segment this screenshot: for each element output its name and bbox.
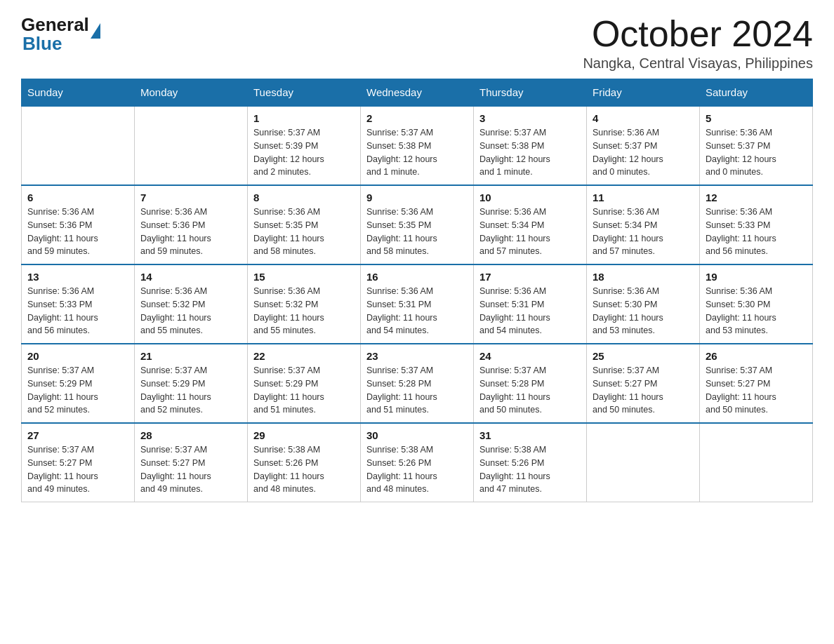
day-number: 16 [366,271,468,283]
calendar-body: 1Sunrise: 5:37 AMSunset: 5:39 PMDaylight… [22,106,813,502]
day-info: Sunrise: 5:36 AMSunset: 5:31 PMDaylight:… [366,285,468,337]
title-section: October 2024 Nangka, Central Visayas, Ph… [583,14,813,72]
weekday-header-cell: Tuesday [248,79,361,107]
calendar-day-cell: 27Sunrise: 5:37 AMSunset: 5:27 PMDayligh… [22,423,135,502]
day-info: Sunrise: 5:37 AMSunset: 5:29 PMDaylight:… [253,364,355,417]
page-header: General Blue October 2024 Nangka, Centra… [21,14,813,72]
day-info: Sunrise: 5:37 AMSunset: 5:27 PMDaylight:… [593,364,694,417]
calendar-day-cell: 29Sunrise: 5:38 AMSunset: 5:26 PMDayligh… [248,423,361,502]
day-info: Sunrise: 5:37 AMSunset: 5:38 PMDaylight:… [366,126,468,179]
calendar-day-cell: 26Sunrise: 5:37 AMSunset: 5:27 PMDayligh… [700,344,813,423]
day-number: 13 [27,271,128,283]
calendar-day-cell: 24Sunrise: 5:37 AMSunset: 5:28 PMDayligh… [474,344,587,423]
day-number: 25 [593,350,694,362]
day-number: 8 [253,192,355,203]
day-number: 17 [479,271,581,283]
day-info: Sunrise: 5:36 AMSunset: 5:30 PMDaylight:… [706,285,807,337]
day-info: Sunrise: 5:37 AMSunset: 5:38 PMDaylight:… [479,126,581,179]
calendar-day-cell: 16Sunrise: 5:36 AMSunset: 5:31 PMDayligh… [361,264,474,344]
weekday-header-cell: Wednesday [361,79,474,107]
calendar-day-cell: 25Sunrise: 5:37 AMSunset: 5:27 PMDayligh… [587,344,700,423]
day-number: 3 [479,112,581,124]
calendar-table: SundayMondayTuesdayWednesdayThursdayFrid… [21,79,813,502]
day-number: 14 [140,271,241,283]
day-number: 4 [593,112,694,124]
day-info: Sunrise: 5:36 AMSunset: 5:35 PMDaylight:… [366,206,468,258]
calendar-day-cell: 12Sunrise: 5:36 AMSunset: 5:33 PMDayligh… [700,185,813,264]
calendar-day-cell: 18Sunrise: 5:36 AMSunset: 5:30 PMDayligh… [587,264,700,344]
calendar-week-row: 13Sunrise: 5:36 AMSunset: 5:33 PMDayligh… [22,264,813,344]
day-info: Sunrise: 5:36 AMSunset: 5:30 PMDaylight:… [593,285,694,337]
weekday-header-row: SundayMondayTuesdayWednesdayThursdayFrid… [22,79,813,107]
calendar-day-cell [700,423,813,502]
calendar-day-cell: 9Sunrise: 5:36 AMSunset: 5:35 PMDaylight… [361,185,474,264]
weekday-header-cell: Monday [135,79,248,107]
day-info: Sunrise: 5:37 AMSunset: 5:29 PMDaylight:… [27,364,128,417]
month-title: October 2024 [583,14,813,54]
calendar-day-cell: 23Sunrise: 5:37 AMSunset: 5:28 PMDayligh… [361,344,474,423]
day-number: 19 [706,271,807,283]
calendar-day-cell: 28Sunrise: 5:37 AMSunset: 5:27 PMDayligh… [135,423,248,502]
calendar-day-cell: 10Sunrise: 5:36 AMSunset: 5:34 PMDayligh… [474,185,587,264]
location-text: Nangka, Central Visayas, Philippines [583,55,813,72]
logo: General Blue [21,14,100,55]
calendar-day-cell: 20Sunrise: 5:37 AMSunset: 5:29 PMDayligh… [22,344,135,423]
calendar-day-cell: 19Sunrise: 5:36 AMSunset: 5:30 PMDayligh… [700,264,813,344]
calendar-day-cell: 30Sunrise: 5:38 AMSunset: 5:26 PMDayligh… [361,423,474,502]
calendar-day-cell: 4Sunrise: 5:36 AMSunset: 5:37 PMDaylight… [587,106,700,185]
day-info: Sunrise: 5:36 AMSunset: 5:31 PMDaylight:… [479,285,581,337]
day-info: Sunrise: 5:36 AMSunset: 5:36 PMDaylight:… [27,206,128,258]
day-number: 27 [27,429,128,441]
day-number: 22 [253,350,355,362]
calendar-week-row: 1Sunrise: 5:37 AMSunset: 5:39 PMDaylight… [22,106,813,185]
day-number: 23 [366,350,468,362]
day-info: Sunrise: 5:36 AMSunset: 5:35 PMDaylight:… [253,206,355,258]
day-number: 7 [140,192,241,203]
day-info: Sunrise: 5:37 AMSunset: 5:27 PMDaylight:… [27,443,128,496]
day-info: Sunrise: 5:36 AMSunset: 5:34 PMDaylight:… [479,206,581,258]
day-info: Sunrise: 5:36 AMSunset: 5:33 PMDaylight:… [706,206,807,258]
weekday-header-cell: Saturday [700,79,813,107]
day-info: Sunrise: 5:37 AMSunset: 5:27 PMDaylight:… [706,364,807,417]
day-number: 21 [140,350,241,362]
logo-blue-text: Blue [22,33,100,55]
day-info: Sunrise: 5:36 AMSunset: 5:36 PMDaylight:… [140,206,241,258]
calendar-day-cell: 22Sunrise: 5:37 AMSunset: 5:29 PMDayligh… [248,344,361,423]
calendar-day-cell: 7Sunrise: 5:36 AMSunset: 5:36 PMDaylight… [135,185,248,264]
weekday-header-cell: Sunday [22,79,135,107]
day-info: Sunrise: 5:37 AMSunset: 5:28 PMDaylight:… [479,364,581,417]
calendar-day-cell: 5Sunrise: 5:36 AMSunset: 5:37 PMDaylight… [700,106,813,185]
day-number: 6 [27,192,128,203]
day-number: 10 [479,192,581,203]
calendar-day-cell: 1Sunrise: 5:37 AMSunset: 5:39 PMDaylight… [248,106,361,185]
calendar-day-cell: 6Sunrise: 5:36 AMSunset: 5:36 PMDaylight… [22,185,135,264]
day-number: 28 [140,429,241,441]
day-number: 5 [706,112,807,124]
day-info: Sunrise: 5:36 AMSunset: 5:32 PMDaylight:… [253,285,355,337]
day-number: 1 [253,112,355,124]
day-number: 11 [593,192,694,203]
calendar-day-cell [22,106,135,185]
day-number: 20 [27,350,128,362]
calendar-week-row: 27Sunrise: 5:37 AMSunset: 5:27 PMDayligh… [22,423,813,502]
day-number: 30 [366,429,468,441]
calendar-day-cell: 13Sunrise: 5:36 AMSunset: 5:33 PMDayligh… [22,264,135,344]
calendar-day-cell: 31Sunrise: 5:38 AMSunset: 5:26 PMDayligh… [474,423,587,502]
calendar-day-cell: 21Sunrise: 5:37 AMSunset: 5:29 PMDayligh… [135,344,248,423]
calendar-day-cell: 14Sunrise: 5:36 AMSunset: 5:32 PMDayligh… [135,264,248,344]
day-info: Sunrise: 5:36 AMSunset: 5:32 PMDaylight:… [140,285,241,337]
calendar-week-row: 20Sunrise: 5:37 AMSunset: 5:29 PMDayligh… [22,344,813,423]
day-info: Sunrise: 5:37 AMSunset: 5:28 PMDaylight:… [366,364,468,417]
calendar-day-cell: 2Sunrise: 5:37 AMSunset: 5:38 PMDaylight… [361,106,474,185]
day-info: Sunrise: 5:38 AMSunset: 5:26 PMDaylight:… [366,443,468,496]
day-number: 9 [366,192,468,203]
day-number: 26 [706,350,807,362]
weekday-header-cell: Thursday [474,79,587,107]
day-number: 2 [366,112,468,124]
day-info: Sunrise: 5:36 AMSunset: 5:37 PMDaylight:… [706,126,807,179]
calendar-day-cell: 8Sunrise: 5:36 AMSunset: 5:35 PMDaylight… [248,185,361,264]
day-info: Sunrise: 5:37 AMSunset: 5:27 PMDaylight:… [140,443,241,496]
calendar-day-cell [135,106,248,185]
calendar-day-cell: 11Sunrise: 5:36 AMSunset: 5:34 PMDayligh… [587,185,700,264]
day-info: Sunrise: 5:37 AMSunset: 5:29 PMDaylight:… [140,364,241,417]
